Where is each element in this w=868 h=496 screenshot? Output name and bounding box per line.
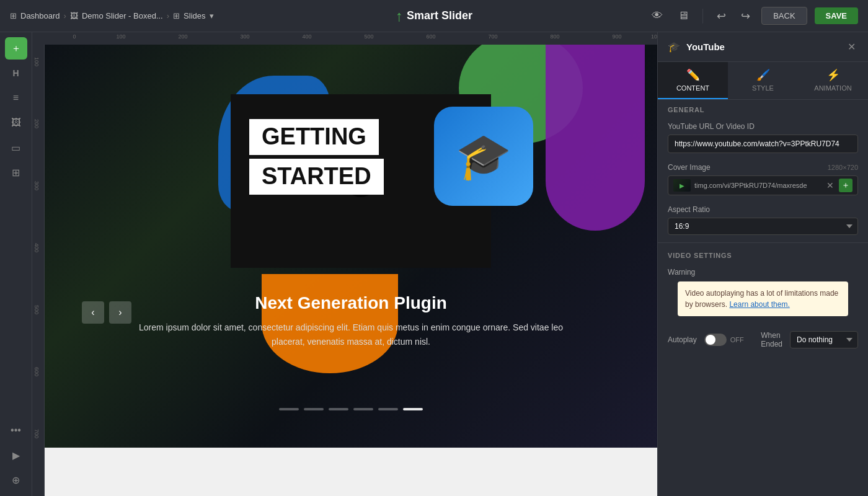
sidebar-grid-button[interactable]: ⊞ (5, 161, 27, 184)
chevron-down-icon: ▾ (210, 11, 214, 20)
panel-title: YouTube (686, 42, 839, 52)
undo-button[interactable]: ↩ (713, 7, 730, 25)
ruler-left: 100 200 300 400 500 600 700 (32, 45, 45, 496)
slide-description: Lorem ipsum dolor sit amet, consectetur … (134, 321, 568, 348)
next-arrow[interactable]: › (109, 301, 131, 324)
redo-button[interactable]: ↪ (737, 7, 754, 25)
cover-image-group: Cover Image 1280×720 ▶ timg.com/vi/3PPtk… (658, 158, 868, 200)
sidebar-settings-button[interactable]: ⊕ (5, 469, 27, 491)
main-layout: ＋ H ≡ 🖼 ▭ ⊞ ••• ▶ ⊕ 0 100 200 300 400 50… (0, 32, 868, 496)
getting-started-text: GETTING STARTED (249, 119, 384, 195)
app-logo: ↑ Smart Slider (396, 7, 472, 25)
sidebar-shape-button[interactable]: ▭ (5, 136, 27, 159)
slides-link[interactable]: Slides (184, 11, 205, 20)
autoplay-toggle[interactable] (704, 334, 727, 346)
content-tab-icon: ✏️ (686, 68, 700, 82)
slider-dots (279, 408, 423, 410)
aspect-ratio-group: Aspect Ratio 16:9 4:3 1:1 21:9 (658, 200, 868, 240)
canvas-wrapper: 100 200 300 400 500 600 700 (32, 45, 657, 496)
panel-header: 🎓 YouTube ✕ (658, 32, 868, 62)
right-panel: 🎓 YouTube ✕ ✏️ CONTENT 🖌️ STYLE ⚡ ANIMAT… (657, 32, 868, 496)
slider-bottom-text: Next Generation Plugin Lorem ipsum dolor… (45, 293, 657, 348)
section-divider (658, 242, 868, 243)
aspect-ratio-select[interactable]: 16:9 4:3 1:1 21:9 (668, 218, 858, 235)
canvas-content[interactable]: GETTING STARTED ▶ 🎓 Next Generation Plug… (45, 45, 657, 496)
save-button[interactable]: SAVE (815, 7, 858, 24)
youtube-panel-icon: 🎓 (668, 41, 680, 53)
grid-icon: ⊞ (173, 11, 180, 20)
sidebar-more-button[interactable]: ••• (5, 419, 27, 441)
tab-content[interactable]: ✏️ CONTENT (658, 62, 728, 99)
sidebar-image-button[interactable]: 🖼 (5, 112, 27, 134)
video-settings-header: VIDEO SETTINGS (658, 246, 868, 263)
panel-close-button[interactable]: ✕ (845, 40, 858, 54)
tab-style[interactable]: 🖌️ STYLE (728, 62, 798, 99)
dashboard-link[interactable]: Dashboard (20, 11, 60, 20)
slider-preview: GETTING STARTED ▶ 🎓 Next Generation Plug… (45, 45, 657, 448)
top-nav: ⊞ Dashboard › 🖼 Demo Slider - Boxed... ›… (0, 0, 868, 32)
cover-image-actions: ✕ (825, 179, 835, 192)
cover-add-button[interactable]: ＋ (839, 179, 852, 192)
cover-image-label: Cover Image 1280×720 (668, 163, 858, 172)
dot-2[interactable] (304, 408, 324, 410)
warning-box: Video autoplaying has a lot of limitatio… (678, 281, 848, 316)
canvas-below-area (45, 448, 657, 496)
nav-right: 👁 🖥 ↩ ↪ BACK SAVE (648, 7, 858, 25)
aspect-ratio-select-row: 16:9 4:3 1:1 21:9 (668, 218, 858, 235)
dot-3[interactable] (329, 408, 348, 410)
dot-1[interactable] (279, 408, 299, 410)
panel-body: GENERAL YouTube URL Or Video ID Cover Im… (658, 100, 868, 496)
smartslider-badge: 🎓 (434, 107, 533, 206)
cover-image-thumb: ▶ (673, 179, 691, 192)
dot-5[interactable] (378, 408, 398, 410)
back-button[interactable]: BACK (761, 7, 807, 25)
cover-image-size: 1280×720 (828, 164, 858, 171)
sidebar-text-button[interactable]: ≡ (5, 87, 27, 109)
sidebar-heading-button[interactable]: H (5, 62, 27, 84)
tab-animation[interactable]: ⚡ ANIMATION (798, 62, 868, 99)
left-sidebar: ＋ H ≡ 🖼 ▭ ⊞ ••• ▶ ⊕ (0, 32, 32, 496)
preview-button[interactable]: 👁 (648, 7, 666, 25)
desktop-button[interactable]: 🖥 (674, 7, 693, 25)
panel-tabs: ✏️ CONTENT 🖌️ STYLE ⚡ ANIMATION (658, 62, 868, 100)
cover-image-url: timg.com/vi/3PPtkRU7D74/maxresde (694, 182, 822, 189)
youtube-url-group: YouTube URL Or Video ID (658, 117, 868, 158)
when-ended-label: When Ended (761, 331, 782, 348)
when-ended-select[interactable]: Do nothing Loop Stop Hide (790, 331, 858, 348)
style-tab-icon: 🖌️ (756, 68, 770, 82)
autoplay-off-label: OFF (730, 336, 744, 343)
getting-started-line2: STARTED (249, 159, 384, 195)
ruler-top: 0 100 200 300 400 500 600 700 800 900 10… (32, 32, 657, 45)
autoplay-label: Autoplay (668, 335, 697, 344)
warning-link[interactable]: Learn about them. (729, 300, 789, 309)
sidebar-play-button[interactable]: ▶ (5, 444, 27, 466)
prev-arrow[interactable]: ‹ (82, 301, 104, 324)
cover-clear-button[interactable]: ✕ (825, 179, 835, 192)
autoplay-toggle-wrap: OFF (704, 334, 744, 346)
animation-tab-icon: ⚡ (826, 68, 840, 82)
canvas-area: 0 100 200 300 400 500 600 700 800 900 10… (32, 32, 657, 496)
warning-label: Warning (668, 268, 858, 277)
demo-slider-link[interactable]: Demo Slider - Boxed... (82, 11, 163, 20)
sidebar-add-button[interactable]: ＋ (5, 37, 27, 60)
general-section-header: GENERAL (658, 100, 868, 117)
youtube-url-input[interactable] (668, 135, 858, 153)
aspect-ratio-label: Aspect Ratio (668, 205, 858, 214)
slide-title: Next Generation Plugin (45, 293, 657, 313)
shape-purple (546, 45, 645, 231)
toggle-knob (706, 335, 715, 345)
dot-4[interactable] (353, 408, 373, 410)
youtube-url-label: YouTube URL Or Video ID (668, 122, 858, 131)
image-icon: 🖼 (70, 11, 78, 20)
autoplay-row: Autoplay OFF When Ended Do nothing Loop … (658, 326, 868, 353)
cover-image-row: ▶ timg.com/vi/3PPtkRU7D74/maxresde ✕ ＋ (668, 175, 858, 195)
warning-group: Warning Video autoplaying has a lot of l… (658, 263, 868, 326)
home-icon: ⊞ (10, 11, 17, 20)
breadcrumb: ⊞ Dashboard › 🖼 Demo Slider - Boxed... ›… (10, 11, 214, 20)
getting-started-line1: GETTING (249, 119, 379, 155)
dot-6[interactable] (403, 408, 423, 410)
